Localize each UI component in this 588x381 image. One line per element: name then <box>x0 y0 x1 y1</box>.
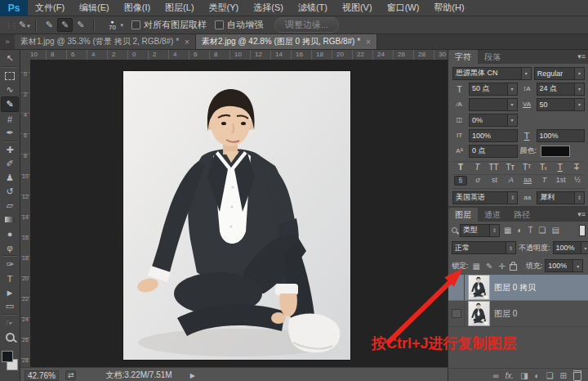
move-tool[interactable]: ↖ <box>2 52 18 65</box>
swash-button[interactable]: A <box>506 176 517 186</box>
menu-image[interactable]: 图像(I) <box>117 2 158 14</box>
menu-edit[interactable]: 编辑(E) <box>72 2 117 14</box>
document-tab-2[interactable]: 素材2.jpg @ 42.8% (图层 0 拷贝, RGB/8#) * × <box>196 34 377 49</box>
menu-filter[interactable]: 滤镜(T) <box>291 2 335 14</box>
visibility-cell[interactable] <box>448 301 465 326</box>
ordinals-button[interactable]: 1st <box>555 176 567 186</box>
tool-preset-button[interactable]: ✎▾ <box>19 20 30 30</box>
antialias-select[interactable]: 犀利 ⇕ <box>537 191 585 204</box>
add-to-selection-mode-button[interactable]: ✎ <box>57 18 73 32</box>
new-selection-mode-button[interactable]: ✎ <box>42 18 57 32</box>
kerning-field[interactable]: ▾ <box>469 98 518 111</box>
adjustment-layer-icon[interactable]: ◐ <box>535 372 540 380</box>
brush-tool[interactable]: ✐ <box>2 157 18 171</box>
filter-smart-objects-icon[interactable]: ▤ <box>550 226 561 235</box>
font-style-select[interactable]: Regular ▾ <box>534 67 585 80</box>
updown-arrows-icon[interactable]: ⇕ <box>489 225 499 236</box>
layer-thumbnail[interactable] <box>469 276 489 299</box>
document-tab-1[interactable]: 素材1.jpg @ 35.3% (背景 拷贝 2, RGB/8#) * × <box>15 34 196 49</box>
brush-size-picker[interactable]: ● 70 <box>105 19 119 31</box>
tracking-field[interactable]: 50 ▾ <box>537 98 586 111</box>
filter-type-select[interactable]: 类型 ⇕ <box>460 224 500 237</box>
tab-paragraph[interactable]: 段落 <box>478 50 507 64</box>
tab-character[interactable]: 字符 <box>448 50 478 64</box>
visibility-cell[interactable] <box>448 275 465 300</box>
faux-italic-button[interactable]: T <box>470 163 483 172</box>
clone-stamp-tool[interactable]: ♟ <box>2 171 18 185</box>
updown-arrows-icon[interactable]: ⇕ <box>506 242 515 253</box>
fractions-button[interactable]: ½ <box>572 176 583 186</box>
vertical-scale-field[interactable]: 100% <box>469 129 518 142</box>
zoom-level-field[interactable]: 42.76% <box>24 370 59 381</box>
menu-help[interactable]: 帮助(H) <box>426 2 471 14</box>
fill-field[interactable]: 100% ▾ <box>545 259 583 272</box>
dodge-tool[interactable]: φ <box>2 240 18 254</box>
lock-position-icon[interactable]: ✛ <box>497 262 506 271</box>
crop-tool[interactable]: # <box>2 112 18 126</box>
link-layers-icon[interactable]: ∞ <box>492 372 498 380</box>
chevron-down-icon[interactable]: ▾ <box>507 99 517 110</box>
chevron-down-icon[interactable]: ▾ <box>507 83 517 95</box>
font-size-field[interactable]: 50 点 ▾ <box>469 83 518 96</box>
leading-field[interactable]: 24 点 ▾ <box>537 83 586 96</box>
hidden-eye-icon[interactable] <box>452 309 461 318</box>
chevron-down-icon[interactable]: ▾ <box>521 68 531 79</box>
language-select[interactable]: 美国英语 ⇕ <box>452 191 518 204</box>
menu-layer[interactable]: 图层(L) <box>158 2 201 14</box>
filter-adjustment-layers-icon[interactable]: ◐ <box>515 226 523 235</box>
filter-type-layers-icon[interactable]: T <box>527 226 535 235</box>
eraser-tool[interactable]: ▱ <box>2 199 18 213</box>
panel-menu-icon[interactable]: ▾≡ <box>577 210 586 218</box>
path-selection-tool[interactable]: ► <box>2 285 18 299</box>
status-menu-arrow-icon[interactable]: ▶ <box>190 372 195 379</box>
subscript-button[interactable]: Tₜ <box>537 163 550 172</box>
small-caps-button[interactable]: Tᴛ <box>504 163 517 172</box>
superscript-button[interactable]: Tᵀ <box>520 163 533 172</box>
menu-file[interactable]: 文件(F) <box>28 2 72 14</box>
auto-enhance-checkbox[interactable] <box>215 20 224 29</box>
font-family-select[interactable]: 思源黑体 CN ▾ <box>452 67 532 80</box>
opacity-field[interactable]: 100% ▾ <box>553 241 588 254</box>
updown-arrows-icon[interactable]: ⇕ <box>574 192 584 204</box>
close-icon[interactable]: × <box>366 38 371 47</box>
sample-all-layers-checkbox[interactable] <box>131 20 140 29</box>
blur-tool[interactable]: ● <box>2 226 18 240</box>
lock-transparency-icon[interactable]: ▦ <box>471 262 482 271</box>
filter-pixel-layers-icon[interactable]: ▦ <box>502 226 513 235</box>
ligatures-button[interactable]: fi <box>454 176 467 186</box>
proportional-spacing-field[interactable]: 0% ▾ <box>469 114 518 127</box>
canvas-viewport[interactable] <box>30 60 448 368</box>
menu-view[interactable]: 视图(V) <box>335 2 380 14</box>
close-icon[interactable]: × <box>185 38 189 47</box>
lasso-tool[interactable]: ∿ <box>2 83 18 96</box>
tab-overflow-icon[interactable]: » <box>0 34 15 49</box>
chevron-down-icon[interactable]: ▾ <box>574 83 584 95</box>
history-brush-tool[interactable]: ↺ <box>2 185 18 199</box>
new-group-icon[interactable]: ❏ <box>546 372 554 380</box>
updown-arrows-icon[interactable]: ⇕ <box>507 192 517 204</box>
marquee-tool[interactable] <box>2 69 18 83</box>
layer-row-copy[interactable]: 图层 0 拷贝 <box>448 275 588 301</box>
spot-healing-brush-tool[interactable]: ✚ <box>2 143 18 157</box>
strikethrough-button[interactable]: T <box>570 163 583 172</box>
filter-toggle-switch[interactable] <box>579 225 586 236</box>
subtract-from-selection-mode-button[interactable]: ✎ <box>73 18 88 32</box>
discretionary-ligatures-button[interactable]: st <box>489 176 501 186</box>
chevron-down-icon[interactable]: ▾ <box>572 260 582 271</box>
refine-edge-button[interactable]: 调整边缘... <box>274 17 339 33</box>
eyedropper-tool[interactable]: ✒ <box>2 126 18 140</box>
menu-window[interactable]: 窗口(W) <box>380 2 427 14</box>
chevron-down-icon[interactable]: ▾ <box>507 114 517 126</box>
tab-channels[interactable]: 通道 <box>478 208 507 222</box>
layer-style-icon[interactable]: fx. <box>506 372 514 380</box>
type-tool[interactable]: T <box>2 271 18 285</box>
text-color-swatch[interactable] <box>541 146 570 157</box>
underline-button[interactable]: T <box>554 163 567 172</box>
faux-bold-button[interactable]: T <box>454 163 467 172</box>
hand-tool[interactable]: ☞ <box>2 316 18 330</box>
new-layer-icon[interactable]: ⊞ <box>560 372 567 380</box>
all-caps-button[interactable]: TT <box>488 163 501 172</box>
lock-all-icon[interactable] <box>510 264 517 271</box>
baseline-shift-field[interactable]: 0 点 <box>469 145 518 158</box>
layer-thumbnail[interactable] <box>469 302 489 325</box>
